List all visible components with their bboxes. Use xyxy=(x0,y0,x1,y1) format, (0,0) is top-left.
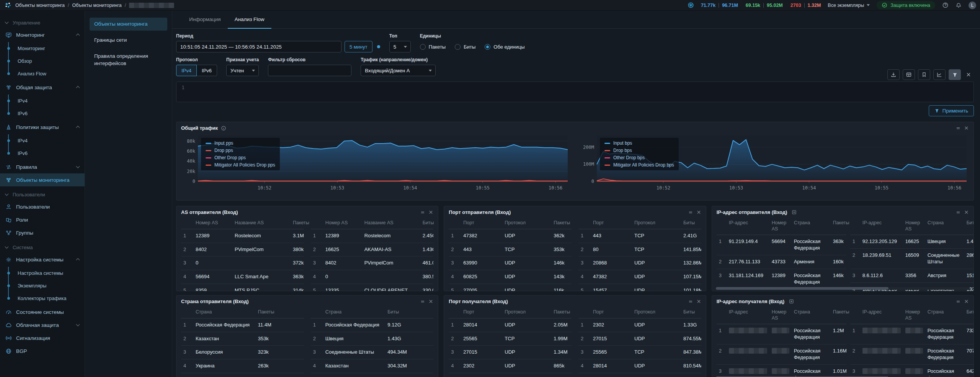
panel-menu-icon[interactable] xyxy=(956,210,961,215)
table-row[interactable]: 513335CLOUDFLARENET330.06M xyxy=(311,284,434,291)
user-avatar[interactable]: L xyxy=(969,2,976,9)
table-row[interactable]: 1Российская Федерация733.68M xyxy=(850,324,974,344)
filter-icon[interactable] xyxy=(949,69,961,80)
filter-expression-editor[interactable]: 1 xyxy=(176,82,974,102)
help-icon[interactable] xyxy=(942,2,949,8)
panel-close-icon[interactable] xyxy=(428,299,433,304)
close-filters-icon[interactable] xyxy=(964,69,973,80)
bell-icon[interactable] xyxy=(956,2,962,8)
sidebar-item[interactable]: Состояние системы xyxy=(0,305,85,318)
sidebar-item[interactable]: Правила xyxy=(0,160,85,173)
sidebar-item[interactable]: Облачная защита xyxy=(0,318,85,331)
panel-close-icon[interactable] xyxy=(696,210,701,215)
panel-menu-icon[interactable] xyxy=(956,299,961,304)
panel-close-icon[interactable] xyxy=(428,210,433,215)
bookmark-icon[interactable] xyxy=(918,69,930,80)
table-row[interactable]: 147382UDP362k xyxy=(449,229,572,243)
table-row[interactable]: 320868UDP132.86M xyxy=(578,256,701,270)
sidebar-section[interactable]: Управление xyxy=(0,17,85,28)
table-row[interactable]: 227015UDP874.55M xyxy=(578,332,701,346)
table-row[interactable]: 1Российская Федерация9.12G xyxy=(311,318,434,332)
download-icon[interactable] xyxy=(887,69,900,80)
legend-item[interactable]: Drop pps xyxy=(206,148,275,153)
protocol-button[interactable]: IPv4 xyxy=(176,65,197,76)
table-row[interactable]: 58359MTS PJSC314k xyxy=(181,284,304,291)
table-row[interactable]: 5Армения170k xyxy=(181,373,304,377)
sidebar-subitem[interactable]: IPv6 xyxy=(0,147,85,160)
table-row[interactable]: 112389Rostelecom3.1M xyxy=(181,229,304,243)
table-row[interactable]: 128014UDP2.05M xyxy=(449,318,572,332)
panel-menu-icon[interactable] xyxy=(956,126,961,131)
sidebar-item[interactable]: Роли xyxy=(0,213,85,226)
table-row[interactable]: 528034UDP767k xyxy=(449,373,572,377)
table-row[interactable]: 363990UDP146k xyxy=(449,256,572,270)
table-row[interactable]: 1443TCP2.41G xyxy=(578,229,701,243)
tab-inactive[interactable]: Информация xyxy=(182,11,228,29)
sidebar-subitem[interactable]: Коллекторы трафика xyxy=(0,292,85,305)
table-row[interactable]: 428014UDP810.54M xyxy=(578,359,701,373)
expand-icon[interactable] xyxy=(789,299,794,304)
table-row[interactable]: 2Швеция1.43G xyxy=(311,332,434,346)
table-row[interactable]: 216625AKAMAI-AS1.43G xyxy=(311,243,434,256)
table-row[interactable]: 112389Rostelecom2.45G xyxy=(311,229,434,243)
top-select[interactable]: 5 xyxy=(389,41,411,52)
legend-item[interactable]: Input pps xyxy=(206,140,275,146)
table-row[interactable]: 3Соединенные Штаты494.34M xyxy=(311,346,434,359)
table-view-icon[interactable] xyxy=(903,69,915,80)
panel-menu-icon[interactable] xyxy=(688,299,693,304)
sidebar-subitem[interactable]: Анализ Flow xyxy=(0,67,85,80)
table-row[interactable]: 52312UDP733.54M xyxy=(578,373,701,377)
units-radio[interactable]: Пакеты xyxy=(420,44,446,50)
table-row[interactable]: 280TCP141.85M xyxy=(578,243,701,256)
panel-close-icon[interactable] xyxy=(696,299,701,304)
sidebar-item[interactable]: BGP xyxy=(0,344,85,357)
breadcrumb-item[interactable]: Объекты мониторинга xyxy=(15,3,65,8)
subsidebar-item[interactable]: Объекты мониторинга xyxy=(90,18,167,31)
sidebar-subitem[interactable]: IPv6 xyxy=(0,107,85,120)
table-row[interactable]: 2217.76.11.13343733Армения160k xyxy=(717,255,846,269)
subsidebar-item[interactable]: Правила определения интерфейсов xyxy=(90,50,167,70)
table-row[interactable]: 3Белоруссия323k xyxy=(181,346,304,359)
table-row[interactable]: 2Казахстан353k xyxy=(181,332,304,346)
table-row[interactable]: 38402PVimpelCom461.06M xyxy=(311,256,434,270)
protocol-button[interactable]: IPv6 xyxy=(197,65,217,76)
legend-item[interactable]: Input bps xyxy=(604,140,674,146)
horizontal-scrollbar[interactable] xyxy=(716,287,970,290)
table-row[interactable]: 30372k xyxy=(181,256,304,270)
table-row[interactable]: 1Российская Федерация11.4M xyxy=(181,318,304,332)
table-row[interactable]: 3Российская Федерация642.77M xyxy=(850,364,974,377)
table-row[interactable]: 325565TCP847.38M xyxy=(578,346,701,359)
info-icon[interactable] xyxy=(221,126,226,131)
panel-close-icon[interactable] xyxy=(964,210,969,215)
table-row[interactable]: 28402PVimpelCom380k xyxy=(181,243,304,256)
instances-select[interactable]: Все экземпляры xyxy=(828,3,870,8)
sidebar-item[interactable]: Настройка системы xyxy=(0,253,85,266)
expand-icon[interactable] xyxy=(792,210,797,215)
period-input[interactable]: 10:51:05 24.11.2025 — 10:56:05 24.11.202… xyxy=(176,41,341,52)
table-row[interactable]: 5Украина209.66M xyxy=(311,373,434,377)
apply-button[interactable]: Применить xyxy=(929,105,974,116)
tab-active[interactable]: Анализ Flow xyxy=(228,11,271,29)
table-row[interactable]: 456694LLC Smart Ape363k xyxy=(181,270,304,284)
table-row[interactable]: 527005UDP116k xyxy=(449,284,572,291)
table-row[interactable]: 191.219.149.456694Российская Федерация36… xyxy=(717,235,846,255)
panel-close-icon[interactable] xyxy=(964,126,969,131)
table-row[interactable]: 2Российская Федерация707.35M xyxy=(850,344,974,365)
units-radio[interactable]: Обе единицы xyxy=(485,44,524,50)
table-row[interactable]: 40380.51M xyxy=(311,270,434,284)
sidebar-section[interactable]: Система xyxy=(0,242,85,253)
table-row[interactable]: 2443TCP353k xyxy=(449,243,572,256)
legend-item[interactable]: Other Drop bps xyxy=(604,155,674,160)
breadcrumb-item[interactable]: Объекты мониторинга xyxy=(72,3,122,8)
table-row[interactable]: 42302UDP865k xyxy=(449,359,572,373)
table-row[interactable]: 192.123.205.12916625Швеция1.43G xyxy=(850,235,974,249)
account-select[interactable]: Учтен xyxy=(226,65,259,76)
table-row[interactable]: 225565TCP1.99M xyxy=(449,332,572,346)
table-row[interactable]: 2Российская Федерация1.16M xyxy=(717,344,846,365)
table-row[interactable]: 447382UDP107.15M xyxy=(578,270,701,284)
sidebar-section[interactable]: Пользователи xyxy=(0,189,85,200)
legend-item[interactable]: Mitigator All Policies Drop bps xyxy=(604,162,674,168)
sidebar-item[interactable]: Пользователи xyxy=(0,200,85,213)
traffic-select[interactable]: Входящий/Домен A xyxy=(361,65,436,76)
legend-item[interactable]: Mitigator All Policies Drop pps xyxy=(206,162,275,168)
